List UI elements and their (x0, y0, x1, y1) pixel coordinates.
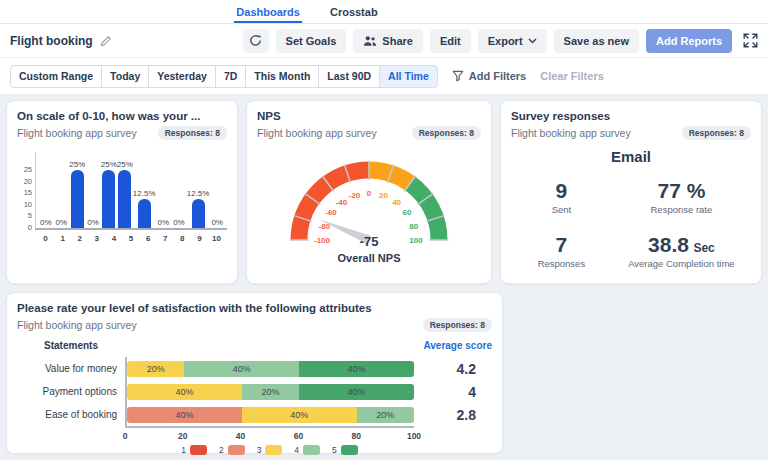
bar-group: 0% (156, 218, 172, 228)
legend-label: 2 (219, 445, 224, 455)
card-title: Please rate your level of satisfaction w… (17, 302, 492, 314)
scale-bar-chart: 0510152025 0%0%25%0%25%25%12.5%0%0%12.5%… (17, 152, 227, 243)
stat-value: 9 (511, 179, 612, 203)
range-7d[interactable]: 7D (215, 65, 246, 88)
x-tick: 2 (71, 234, 88, 243)
bar-value-label: 0% (40, 218, 52, 227)
bar (71, 170, 84, 228)
refresh-button[interactable] (243, 29, 269, 53)
x-tick: 7 (157, 234, 174, 243)
bar-segment-rating-3: 40% (242, 407, 357, 423)
bar-group: 25% (117, 160, 133, 228)
statement-label: Payment options (17, 386, 125, 397)
range-all-time[interactable]: All Time (379, 65, 438, 88)
average-score-value: 4 (414, 384, 492, 400)
bar-value-label: 25% (69, 160, 85, 169)
bar (192, 199, 205, 228)
share-people-icon (363, 35, 377, 47)
bar-group: 0% (85, 218, 101, 228)
refresh-icon (249, 34, 262, 47)
bar (118, 170, 131, 228)
bar-value-label: 25% (101, 160, 117, 169)
responses-badge: Responses: 8 (158, 126, 227, 140)
y-tick: 25 (24, 165, 32, 174)
add-reports-button[interactable]: Add Reports (646, 29, 732, 53)
x-tick: 4 (105, 234, 122, 243)
stat-unit: Sec (693, 241, 714, 255)
bar-value-label: 12.5% (187, 189, 210, 198)
date-range-segmented-control: Custom RangeTodayYesterday7DThis MonthLa… (10, 65, 438, 88)
x-tick: 0 (123, 431, 128, 441)
card-subtitle: Flight booking app survey (17, 319, 137, 331)
y-tick: 0 (28, 223, 32, 232)
range-custom-range[interactable]: Custom Range (10, 65, 102, 88)
x-axis-ticks: 020406080100 (125, 428, 414, 441)
card-satisfaction: Please rate your level of satisfaction w… (6, 292, 503, 454)
y-tick: 15 (24, 188, 32, 197)
edit-pencil-icon[interactable] (100, 35, 112, 47)
responses-badge: Responses: 8 (412, 126, 481, 140)
legend-swatch (228, 445, 245, 455)
channel-label: Email (511, 148, 751, 165)
x-tick: 40 (236, 431, 245, 441)
y-tick: 20 (24, 177, 32, 186)
rating-legend: 12345 (125, 445, 414, 455)
card-title: NPS (257, 110, 481, 122)
legend-item-4: 4 (294, 445, 320, 455)
svg-text:-20: -20 (349, 191, 361, 200)
set-goals-button[interactable]: Set Goals (276, 29, 347, 53)
set-goals-label: Set Goals (286, 35, 337, 47)
stat-sent: 9 Sent (511, 179, 612, 215)
stacked-bar-track: 20%40%40% (125, 357, 414, 380)
bar-value-label: 0% (173, 218, 185, 227)
save-as-new-label: Save as new (564, 35, 629, 47)
x-tick: 10 (208, 234, 225, 243)
clear-filters-button[interactable]: Clear Filters (540, 70, 604, 82)
card-subtitle: Flight booking app survey (257, 127, 377, 139)
edit-label: Edit (440, 35, 461, 47)
tab-dashboards[interactable]: Dashboards (234, 6, 302, 23)
bar-segment-rating-4: 20% (242, 384, 299, 400)
y-tick: 5 (28, 211, 32, 220)
range-last-90d[interactable]: Last 90D (318, 65, 380, 88)
range-this-month[interactable]: This Month (245, 65, 319, 88)
share-button[interactable]: Share (353, 29, 423, 53)
x-tick: 1 (54, 234, 71, 243)
bar-group: 0% (171, 218, 187, 228)
add-filters-button[interactable]: Add Filters (452, 70, 526, 82)
bar-segment-rating-5: 40% (299, 384, 414, 400)
legend-item-1: 1 (181, 445, 207, 455)
save-as-new-button[interactable]: Save as new (554, 29, 639, 53)
legend-label: 5 (332, 445, 337, 455)
fullscreen-icon[interactable] (743, 33, 758, 48)
bar-group: 0% (54, 218, 70, 228)
dashboard-toolbar: Flight booking Set Goals Share Edit Expo… (0, 24, 768, 58)
x-tick: 6 (140, 234, 157, 243)
tab-crosstab[interactable]: Crosstab (328, 6, 380, 23)
card-title: On scale of 0-10, how was your ... (17, 110, 227, 122)
stat-value: 7 (511, 233, 612, 257)
legend-label: 3 (257, 445, 262, 455)
edit-button[interactable]: Edit (430, 29, 471, 53)
stat-label: Responses (511, 258, 612, 269)
svg-text:40: 40 (392, 198, 401, 207)
bar-group: 12.5% (133, 189, 156, 228)
bar-group: 0% (209, 218, 225, 228)
bar-value-label: 12.5% (133, 189, 156, 198)
statements-column-header: Statements (17, 340, 125, 357)
average-score-value: 2.8 (414, 407, 492, 423)
bar (138, 199, 151, 228)
stacked-bar: 40%40%20% (127, 407, 414, 423)
average-score-column-header: Average score (414, 340, 492, 357)
bar-group: 25% (69, 160, 85, 228)
legend-item-3: 3 (257, 445, 283, 455)
bar-segment-rating-3: 20% (127, 361, 184, 377)
bar-value-label: 0% (211, 218, 223, 227)
range-yesterday[interactable]: Yesterday (148, 65, 216, 88)
export-button[interactable]: Export (478, 29, 547, 53)
dashboard-title-text: Flight booking (10, 34, 93, 48)
stacked-bar-track: 40%20%40% (125, 380, 414, 403)
bar-segment-rating-4: 20% (357, 407, 414, 423)
legend-item-2: 2 (219, 445, 245, 455)
range-today[interactable]: Today (101, 65, 149, 88)
